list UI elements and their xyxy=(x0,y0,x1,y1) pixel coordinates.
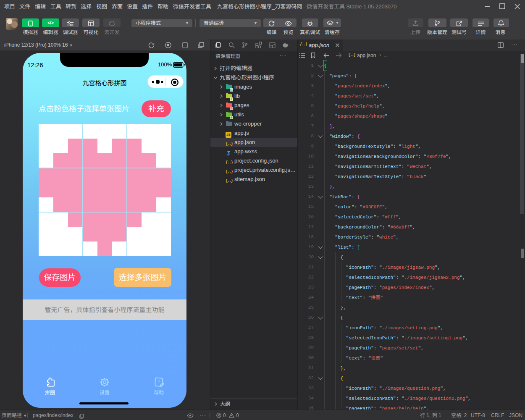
svg-text:?: ? xyxy=(157,379,160,384)
